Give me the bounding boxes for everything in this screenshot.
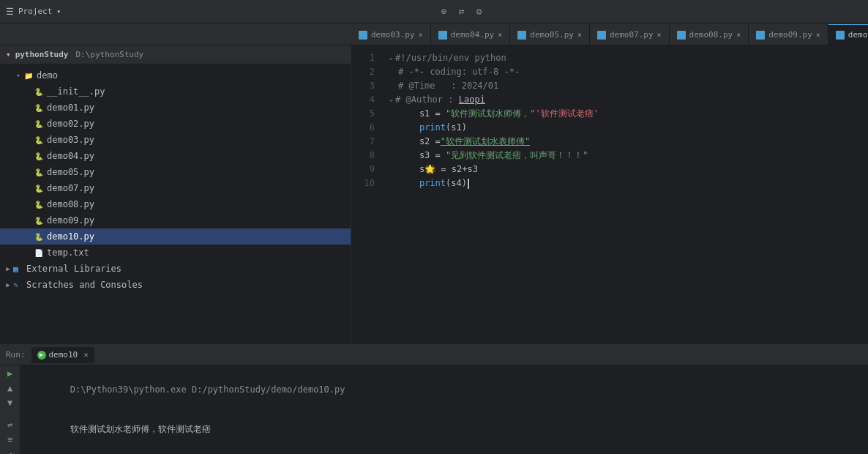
py-icon: 🐍 [34, 135, 44, 145]
py-file-icon [438, 31, 447, 40]
tree-file-demo02[interactable]: 🐍 demo02.py [0, 116, 351, 132]
scroll-up-button[interactable]: ▲ [3, 383, 18, 393]
scratches-icon: ✎ [13, 280, 23, 290]
transfer-icon[interactable]: ⇄ [456, 6, 468, 18]
code-line-4: ▸ # @Author : Laopi [389, 93, 859, 107]
tab-close-icon[interactable]: × [816, 31, 820, 39]
tree-file-demo05[interactable]: 🐍 demo05.py [0, 164, 351, 180]
tree-folder-demo[interactable]: ▾ 📁 demo [0, 67, 351, 83]
py-file-icon [517, 31, 526, 40]
settings-icon[interactable]: ⚙ [474, 6, 485, 18]
tree-file-demo10[interactable]: 🐍 demo10.py [0, 228, 351, 245]
tree-file-temp[interactable]: 📄 temp.txt [0, 245, 351, 261]
tab-label: demo10.py [848, 30, 868, 40]
fold-icon[interactable]: ▸ [389, 51, 394, 65]
tab-close-icon[interactable]: × [498, 31, 502, 39]
folder-expand-icon: ▾ [6, 50, 11, 59]
tab-label: demo09.py [768, 30, 812, 40]
code-line-2: # -*- coding: utf-8 -*- [389, 65, 859, 79]
tab-bar: demo03.py × demo04.py × demo05.py × demo… [0, 23, 868, 45]
project-tree: ▾ 📁 demo 🐍 __init__.py 🐍 demo01.py [0, 64, 351, 344]
project-path: D:\pythonStudy [75, 50, 143, 59]
tab-label: demo07.py [610, 30, 654, 40]
run-tab-label: demo10 [49, 350, 78, 360]
code-line-1: ▸ #!/usr/bin/env python [389, 51, 859, 65]
title-bar: ☰ Project ▾ ⊕ ⇄ ⚙ [0, 0, 868, 23]
py-icon: 🐍 [34, 167, 44, 177]
tree-file-demo04[interactable]: 🐍 demo04.py [0, 148, 351, 164]
scroll-down-button[interactable]: ▼ [3, 398, 18, 408]
code-line-5: s1 = "软件测试划水师傅，"'软件测试老痞' [389, 107, 859, 121]
py-file-icon [836, 31, 845, 40]
pin-button[interactable]: ↗ [3, 449, 18, 454]
tab-close-icon[interactable]: × [736, 31, 741, 39]
cursor [468, 179, 469, 189]
txt-icon: 📄 [34, 248, 44, 258]
tree-external-libraries[interactable]: ▶ ▦ External Libraries [0, 261, 351, 277]
hamburger-icon: ☰ [6, 7, 14, 17]
output-line-1: 软件测试划水老师傅，软件测试老痞 [28, 409, 861, 449]
bottom-toolbar: ▶ ▲ ▼ ⇌ ≡ ↗ [0, 365, 20, 454]
tree-file-init[interactable]: 🐍 __init__.py [0, 83, 351, 100]
tree-file-demo09[interactable]: 🐍 demo09.py [0, 212, 351, 228]
tree-file-demo01[interactable]: 🐍 demo01.py [0, 100, 351, 116]
py-icon: 🐍 [34, 151, 44, 161]
project-name: pythonStudy [15, 50, 69, 59]
bottom-content: ▶ ▲ ▼ ⇌ ≡ ↗ D:\Python39\python.exe D:/py… [0, 365, 868, 454]
tab-demo04[interactable]: demo04.py × [431, 24, 511, 45]
line-numbers: 1 2 3 4 5 6 7 8 9 10 [351, 45, 381, 344]
run-button[interactable]: ▶ [3, 368, 18, 379]
tab-demo03[interactable]: demo03.py × [351, 24, 431, 45]
code-editor[interactable]: ▸ #!/usr/bin/env python # -*- coding: ut… [381, 45, 868, 344]
py-icon: 🐍 [34, 86, 44, 97]
py-file-icon [677, 31, 686, 40]
add-icon[interactable]: ⊕ [438, 6, 450, 18]
expand-icon: ▶ [3, 265, 13, 272]
run-status-icon: ▶ [37, 351, 46, 360]
tab-close-icon[interactable]: × [419, 31, 423, 39]
code-line-3: # @Time : 2024/01 [389, 79, 859, 93]
code-line-7: s2 ="软件测试划水表师傅" [389, 135, 859, 149]
tree-scratches-consoles[interactable]: ▶ ✎ Scratches and Consoles [0, 277, 351, 293]
console-output: D:\Python39\python.exe D:/pythonStudy/de… [20, 365, 868, 454]
tab-close-icon[interactable]: × [577, 31, 582, 39]
code-line-9: s🌟 = s2+s3 [389, 163, 859, 176]
py-icon: 🐍 [34, 231, 44, 242]
py-icon: 🐍 [34, 119, 44, 129]
tab-label: demo04.py [451, 30, 495, 40]
tab-close-icon[interactable]: × [657, 31, 662, 39]
run-tab-close-icon[interactable]: × [83, 350, 89, 360]
scratches-label: Scratches and Consoles [26, 280, 143, 290]
py-icon: 🐍 [34, 103, 44, 113]
tab-demo05[interactable]: demo05.py × [510, 24, 590, 45]
py-file-icon [359, 31, 367, 40]
tab-label: demo03.py [371, 30, 415, 40]
tree-file-demo08[interactable]: 🐍 demo08.py [0, 196, 351, 212]
editor-area[interactable]: 1 2 3 4 5 6 7 8 9 10 ▸ #!/usr/bin/env py… [351, 45, 868, 344]
title-bar-left: ☰ Project ▾ [6, 7, 61, 17]
code-container: 1 2 3 4 5 6 7 8 9 10 ▸ #!/usr/bin/env py… [351, 45, 868, 344]
fold-icon[interactable]: ▸ [389, 93, 394, 107]
code-line-8: s3 = "见到软件测试老痞，叫声哥！！！" [389, 149, 859, 163]
tab-demo07[interactable]: demo07.py × [590, 24, 670, 45]
code-line-6: print(s1) [389, 121, 859, 135]
bottom-tabs: Run: ▶ demo10 × [0, 345, 868, 365]
py-icon: 🐍 [34, 215, 44, 226]
tab-demo10[interactable]: demo10.py × [828, 24, 868, 45]
sidebar: ▾ pythonStudy D:\pythonStudy ▾ 📁 demo 🐍 … [0, 45, 351, 344]
folder-arrow-icon: ▾ [13, 72, 23, 79]
title-bar-center: ⊕ ⇄ ⚙ [61, 6, 862, 18]
tab-demo08[interactable]: demo08.py × [670, 24, 749, 45]
tree-file-demo03[interactable]: 🐍 demo03.py [0, 132, 351, 148]
py-icon: 🐍 [34, 183, 44, 193]
bottom-panel: Run: ▶ demo10 × ▶ ▲ ▼ ⇌ ≡ ↗ D:\Python39\… [0, 344, 868, 454]
sidebar-header: ▾ pythonStudy D:\pythonStudy [0, 45, 351, 64]
settings-button[interactable]: ≡ [3, 434, 18, 444]
tree-file-demo07[interactable]: 🐍 demo07.py [0, 180, 351, 196]
cmd-text: D:\Python39\python.exe D:/pythonStudy/de… [70, 384, 345, 395]
tab-demo09[interactable]: demo09.py × [749, 24, 828, 45]
code-line-10: print(s4) [389, 176, 859, 190]
wrap-button[interactable]: ⇌ [3, 420, 18, 430]
tab-run-demo10[interactable]: ▶ demo10 × [31, 347, 94, 363]
project-label[interactable]: Project [18, 7, 52, 16]
